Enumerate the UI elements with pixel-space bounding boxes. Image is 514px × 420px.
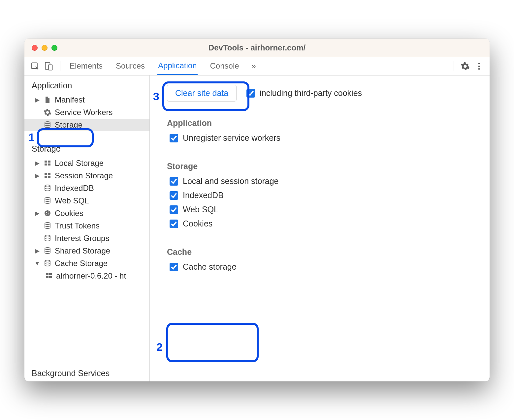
section-application: Application Unregister service workers <box>150 111 490 150</box>
gear-icon <box>44 108 51 116</box>
sidebar-item-label: Shared Storage <box>55 246 110 255</box>
sidebar-item-label: Manifest <box>55 95 85 105</box>
sidebar-item-cache-entry[interactable]: airhorner-0.6.20 - ht <box>24 270 149 282</box>
tab-application[interactable]: Application <box>157 58 197 75</box>
svg-point-21 <box>47 214 48 215</box>
checkbox-label: Local and session storage <box>183 176 278 186</box>
svg-point-25 <box>45 260 50 262</box>
kebab-menu-icon[interactable] <box>474 62 484 71</box>
sidebar-item-label: airhorner-0.6.20 - ht <box>56 271 126 281</box>
svg-rect-26 <box>46 273 48 275</box>
svg-rect-12 <box>48 173 50 175</box>
sidebar-item-cookies[interactable]: ▶ Cookies <box>24 207 149 220</box>
checkbox-label: Web SQL <box>183 205 218 214</box>
chevron-right-icon: ▶ <box>34 210 40 217</box>
svg-rect-14 <box>48 176 50 178</box>
sidebar-item-indexeddb[interactable]: IndexedDB <box>24 182 149 195</box>
svg-rect-29 <box>49 276 52 278</box>
svg-rect-28 <box>46 276 48 278</box>
checkbox-unregister-sw[interactable]: Unregister service workers <box>170 133 476 143</box>
svg-rect-2 <box>48 65 52 70</box>
section-header: Storage <box>167 162 476 171</box>
sidebar-item-label: Cache Storage <box>55 259 108 268</box>
sidebar-item-label: Trust Tokens <box>55 221 100 230</box>
sidebar-item-local-storage[interactable]: ▶ Local Storage <box>24 157 149 169</box>
checkbox-cache-storage[interactable]: Cache storage <box>170 262 476 272</box>
svg-point-17 <box>45 210 50 216</box>
sidebar-section-storage: Storage <box>24 139 149 157</box>
svg-rect-7 <box>45 161 47 163</box>
checkbox-websql[interactable]: Web SQL <box>170 205 476 214</box>
checkbox-checked-icon[interactable] <box>170 191 178 200</box>
file-icon <box>44 96 51 104</box>
sidebar-item-cache-storage[interactable]: ▼ Cache Storage <box>24 257 149 270</box>
svg-point-16 <box>45 197 50 199</box>
checkbox-local-session[interactable]: Local and session storage <box>170 176 476 186</box>
section-cache: Cache Cache storage <box>150 240 490 279</box>
panel-tabs: Elements Sources Application Console » <box>69 58 256 75</box>
checkbox-label: IndexedDB <box>183 191 224 200</box>
sidebar-item-shared-storage[interactable]: ▶ Shared Storage <box>24 245 149 257</box>
grid-icon <box>44 159 51 167</box>
sidebar-item-label: IndexedDB <box>55 184 94 193</box>
checkbox-checked-icon[interactable] <box>170 263 178 271</box>
svg-point-23 <box>45 235 50 237</box>
database-icon <box>44 184 51 192</box>
svg-point-3 <box>478 63 480 64</box>
sidebar-item-storage[interactable]: Storage <box>24 119 149 131</box>
main-pane: Clear site data including third-party co… <box>150 75 490 381</box>
devtools-window: DevTools - airhorner.com/ Elements Sourc… <box>24 39 490 381</box>
sidebar-item-label: Local Storage <box>55 159 104 168</box>
tab-elements[interactable]: Elements <box>69 58 103 75</box>
checkbox-checked-icon[interactable] <box>170 134 178 142</box>
svg-point-24 <box>45 248 50 250</box>
sidebar-item-trust-tokens[interactable]: Trust Tokens <box>24 220 149 232</box>
database-icon <box>44 247 51 255</box>
clear-site-data-button[interactable]: Clear site data <box>167 85 237 102</box>
checkbox-label: including third-party cookies <box>260 88 362 98</box>
clear-data-row: Clear site data including third-party co… <box>150 75 490 111</box>
checkbox-cookies[interactable]: Cookies <box>170 219 476 228</box>
toolbar-divider <box>454 61 454 71</box>
checkbox-checked-icon[interactable] <box>170 177 178 186</box>
svg-point-18 <box>46 212 47 213</box>
sidebar-item-service-workers[interactable]: Service Workers <box>24 106 149 119</box>
sidebar-section-application: Application <box>24 75 149 94</box>
tab-console[interactable]: Console <box>209 58 240 75</box>
checkbox-label: Cookies <box>183 219 212 228</box>
window-title: DevTools - airhorner.com/ <box>24 43 490 52</box>
checkbox-checked-icon[interactable] <box>170 205 178 214</box>
checkbox-indexeddb[interactable]: IndexedDB <box>170 191 476 200</box>
section-storage: Storage Local and session storage Indexe… <box>150 154 490 236</box>
sidebar-item-label: Session Storage <box>55 171 113 180</box>
sidebar-item-label: Storage <box>55 120 82 130</box>
svg-point-22 <box>45 223 50 225</box>
grid-icon <box>44 172 51 180</box>
third-party-cookies-checkbox-row[interactable]: including third-party cookies <box>246 88 362 98</box>
svg-point-20 <box>48 214 49 215</box>
settings-icon[interactable] <box>461 62 470 71</box>
database-icon <box>44 121 51 129</box>
svg-rect-9 <box>45 164 47 165</box>
section-header: Cache <box>167 247 476 257</box>
svg-rect-10 <box>48 164 50 165</box>
sidebar-item-interest-groups[interactable]: Interest Groups <box>24 232 149 245</box>
sidebar-item-manifest[interactable]: ▶ Manifest <box>24 94 149 106</box>
svg-point-4 <box>478 65 480 67</box>
sidebar-item-label: Service Workers <box>55 108 113 117</box>
chevron-right-icon: ▶ <box>34 172 40 179</box>
sidebar-item-websql[interactable]: Web SQL <box>24 195 149 207</box>
sidebar-item-label: Web SQL <box>55 196 89 205</box>
tab-sources[interactable]: Sources <box>115 58 145 75</box>
chevron-right-icon: ▶ <box>34 96 40 104</box>
more-tabs-icon[interactable]: » <box>252 62 256 71</box>
database-icon <box>44 234 51 242</box>
inspect-icon[interactable] <box>30 62 40 71</box>
grid-icon <box>45 272 53 280</box>
sidebar-item-session-storage[interactable]: ▶ Session Storage <box>24 169 149 182</box>
checkbox-checked-icon[interactable] <box>170 220 178 228</box>
svg-rect-27 <box>49 273 52 275</box>
chevron-down-icon: ▼ <box>34 260 40 267</box>
checkbox-checked-icon[interactable] <box>246 89 255 98</box>
device-toggle-icon[interactable] <box>44 62 53 71</box>
